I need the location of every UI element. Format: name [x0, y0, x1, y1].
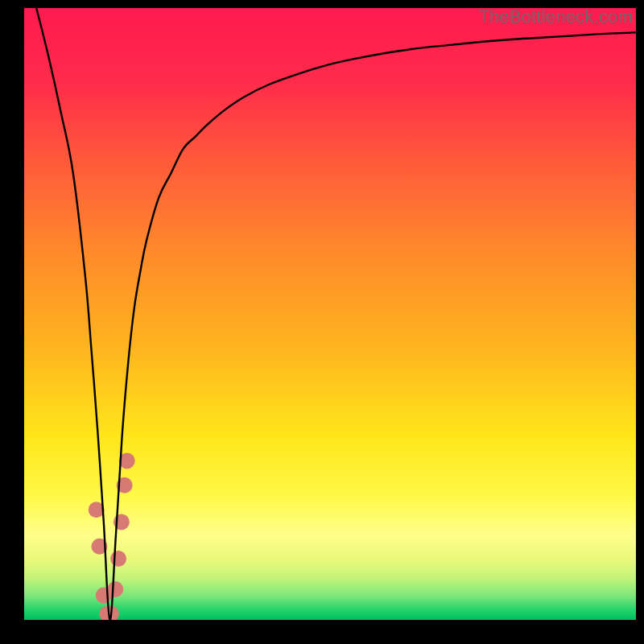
curve-layer: [24, 8, 636, 620]
chart-container: TheBottleneck.com: [0, 0, 644, 644]
watermark-text: TheBottleneck.com: [478, 6, 633, 27]
plot-area: [24, 8, 636, 620]
marker-dot: [110, 551, 126, 567]
marker-dot: [107, 581, 123, 597]
